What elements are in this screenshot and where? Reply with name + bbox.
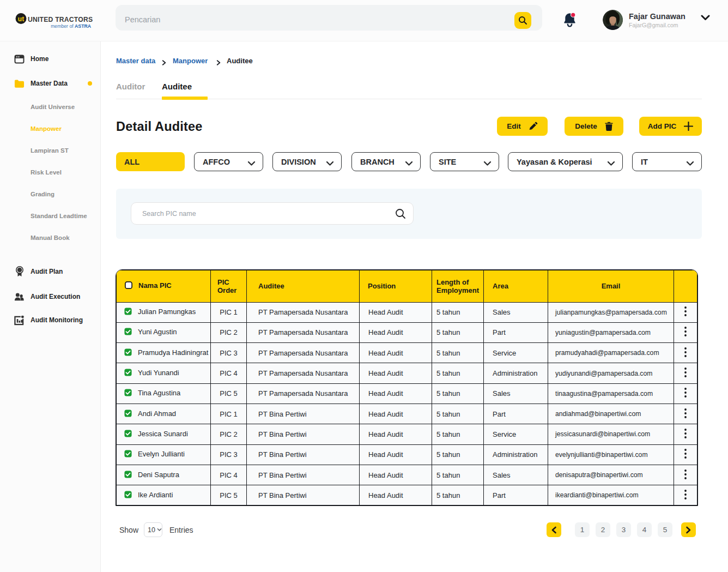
svg-text:UNITED TRACTORS: UNITED TRACTORS [28, 16, 93, 23]
svg-text:member of ASTRA: member of ASTRA [51, 23, 92, 29]
svg-text:ut: ut [18, 15, 24, 23]
